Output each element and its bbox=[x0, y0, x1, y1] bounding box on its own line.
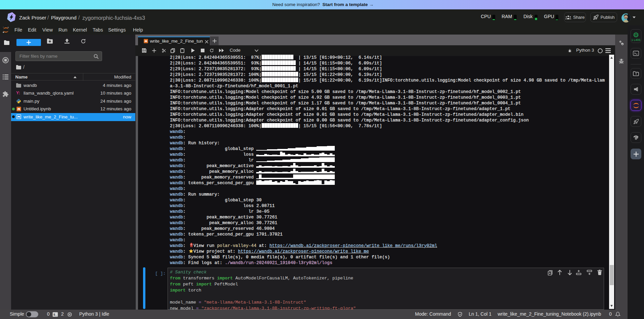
svg-text:$_: $_ bbox=[53, 313, 57, 317]
